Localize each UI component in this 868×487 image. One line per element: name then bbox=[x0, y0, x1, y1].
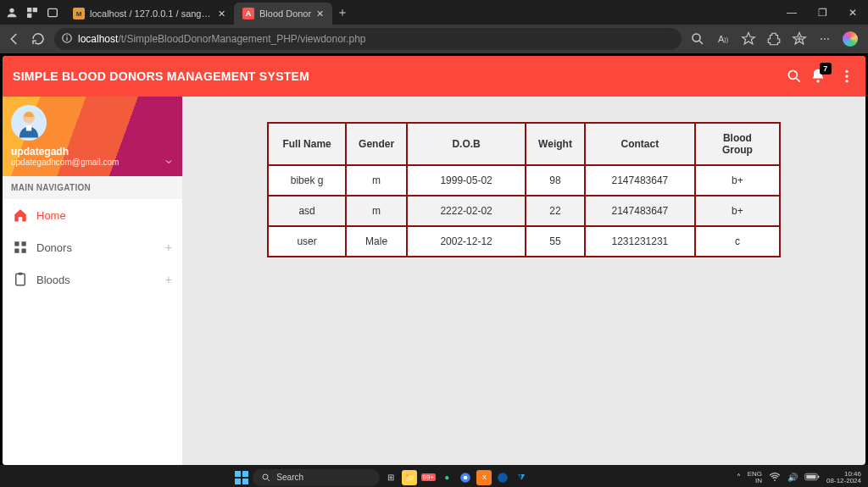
browser-tab-0[interactable]: M localhost / 127.0.0.1 / sangamdb ✕ bbox=[64, 3, 234, 25]
svg-point-28 bbox=[464, 475, 468, 479]
app-favicon-icon: A bbox=[242, 8, 254, 19]
collections-icon[interactable] bbox=[792, 31, 807, 47]
donors-table: Full Name Gender D.O.B Weight Contact Bl… bbox=[267, 122, 781, 257]
settings-more-icon[interactable]: ⋯ bbox=[817, 31, 832, 47]
avatar bbox=[11, 105, 47, 141]
svg-rect-20 bbox=[16, 274, 25, 285]
sidebar-item-bloods[interactable]: Bloods + bbox=[3, 263, 182, 296]
titlebar-left bbox=[0, 0, 64, 25]
nav-label: Bloods bbox=[36, 274, 70, 286]
new-tab-button[interactable]: ＋ bbox=[332, 0, 353, 25]
col-blood: Blood Group bbox=[695, 123, 780, 165]
windows-taskbar: Search ⊞ 📁 99+ ● X ⧩ ˄ ENG IN 🔊 10:46 bbox=[0, 465, 868, 487]
nav-section-label: MAIN NAVIGATION bbox=[3, 176, 182, 199]
table-header-row: Full Name Gender D.O.B Weight Contact Bl… bbox=[268, 123, 780, 165]
svg-rect-22 bbox=[235, 471, 241, 477]
svg-point-26 bbox=[263, 474, 268, 479]
tab-title: Blood Donor bbox=[259, 8, 311, 19]
more-icon[interactable] bbox=[838, 68, 855, 85]
sidebar-item-donors[interactable]: Donors + bbox=[3, 231, 182, 263]
expand-icon[interactable]: + bbox=[165, 273, 172, 286]
notifications-button[interactable]: 7 bbox=[810, 68, 826, 85]
svg-rect-24 bbox=[235, 479, 241, 484]
site-info-icon[interactable] bbox=[61, 32, 73, 47]
svg-rect-6 bbox=[66, 36, 67, 40]
start-button[interactable] bbox=[234, 470, 249, 485]
svg-point-11 bbox=[845, 70, 848, 73]
sidebar-item-home[interactable]: Home bbox=[3, 199, 182, 231]
table-row: bibek g m 1999-05-02 98 2147483647 b+ bbox=[268, 165, 780, 196]
svg-rect-7 bbox=[66, 35, 67, 36]
tab-title: localhost / 127.0.0.1 / sangamdb bbox=[90, 8, 213, 19]
svg-rect-2 bbox=[33, 8, 37, 12]
svg-rect-23 bbox=[242, 471, 248, 477]
svg-point-8 bbox=[693, 34, 700, 42]
col-contact: Contact bbox=[585, 123, 695, 165]
table-row: user Male 2002-12-12 55 1231231231 c bbox=[268, 226, 780, 257]
xampp-icon[interactable]: X bbox=[476, 470, 492, 485]
extensions-icon[interactable] bbox=[766, 31, 782, 47]
close-icon[interactable]: ✕ bbox=[316, 8, 324, 19]
wifi-icon[interactable] bbox=[769, 471, 781, 484]
chevron-down-icon[interactable] bbox=[164, 157, 174, 169]
system-clock[interactable]: 10:46 08-12-2024 bbox=[826, 471, 861, 484]
tab-actions-icon[interactable] bbox=[46, 6, 59, 19]
whatsapp-icon[interactable]: ● bbox=[439, 470, 454, 485]
user-email: updategadhcom@gmail.com bbox=[11, 158, 174, 167]
col-weight: Weight bbox=[526, 123, 585, 165]
close-icon[interactable]: ✕ bbox=[218, 8, 225, 19]
home-icon bbox=[13, 208, 28, 223]
col-dob: D.O.B bbox=[407, 123, 526, 165]
main-content: Full Name Gender D.O.B Weight Contact Bl… bbox=[182, 97, 865, 465]
svg-rect-17 bbox=[22, 241, 26, 246]
user-name: updategadh bbox=[11, 146, 174, 158]
refresh-button[interactable] bbox=[31, 31, 46, 47]
col-fullname: Full Name bbox=[268, 123, 346, 165]
app-title: SIMPLE BLOOD DONORS MANAGEMENT SYSTEM bbox=[13, 69, 786, 83]
svg-point-13 bbox=[845, 80, 848, 82]
svg-point-30 bbox=[774, 479, 776, 481]
workspaces-icon[interactable] bbox=[25, 6, 39, 19]
browser-toolbar: localhost/t/SimpleBloodDonorManagement_P… bbox=[0, 25, 868, 53]
grid-icon bbox=[13, 240, 28, 255]
window-close-button[interactable]: ✕ bbox=[837, 0, 868, 25]
taskbar-search[interactable]: Search bbox=[253, 469, 380, 486]
search-icon[interactable] bbox=[786, 68, 803, 85]
edge-icon[interactable] bbox=[495, 470, 510, 485]
address-bar[interactable]: localhost/t/SimpleBloodDonorManagement_P… bbox=[54, 28, 682, 50]
back-button[interactable] bbox=[7, 31, 22, 47]
read-aloud-icon[interactable]: A)) bbox=[715, 31, 731, 47]
volume-icon[interactable]: 🔊 bbox=[787, 473, 798, 482]
window-maximize-button[interactable]: ❐ bbox=[807, 0, 837, 25]
window-titlebar: M localhost / 127.0.0.1 / sangamdb ✕ A B… bbox=[0, 0, 868, 25]
window-minimize-button[interactable]: ― bbox=[776, 0, 807, 25]
language-indicator[interactable]: ENG IN bbox=[748, 471, 762, 484]
favorite-icon[interactable] bbox=[741, 31, 756, 47]
app-icon[interactable]: 99+ bbox=[420, 470, 436, 485]
user-profile[interactable]: updategadh updategadhcom@gmail.com bbox=[3, 97, 182, 176]
svg-rect-18 bbox=[14, 249, 19, 253]
vscode-icon[interactable]: ⧩ bbox=[514, 470, 529, 485]
app-header: SIMPLE BLOOD DONORS MANAGEMENT SYSTEM 7 bbox=[3, 56, 865, 97]
phpmyadmin-icon: M bbox=[73, 8, 85, 19]
table-row: asd m 2222-02-02 22 2147483647 b+ bbox=[268, 196, 780, 226]
copilot-icon[interactable] bbox=[843, 31, 858, 47]
svg-rect-16 bbox=[14, 241, 19, 246]
search-placeholder: Search bbox=[276, 473, 303, 482]
chrome-icon[interactable] bbox=[458, 470, 473, 485]
explorer-icon[interactable]: 📁 bbox=[402, 470, 417, 485]
nav-label: Home bbox=[36, 209, 66, 222]
url-host: localhost bbox=[78, 33, 118, 45]
battery-icon[interactable] bbox=[804, 473, 820, 483]
page-viewport: SIMPLE BLOOD DONORS MANAGEMENT SYSTEM 7 … bbox=[3, 56, 865, 465]
svg-point-0 bbox=[9, 8, 14, 12]
browser-tab-1[interactable]: A Blood Donor ✕ bbox=[234, 3, 332, 25]
task-view-icon[interactable]: ⊞ bbox=[383, 470, 398, 485]
svg-rect-15 bbox=[26, 125, 31, 130]
profile-icon[interactable] bbox=[5, 6, 19, 19]
tray-chevron-icon[interactable]: ˄ bbox=[737, 473, 741, 482]
expand-icon[interactable]: + bbox=[165, 241, 172, 254]
zoom-icon[interactable] bbox=[690, 31, 705, 47]
svg-point-9 bbox=[788, 70, 797, 79]
svg-rect-25 bbox=[242, 479, 248, 484]
